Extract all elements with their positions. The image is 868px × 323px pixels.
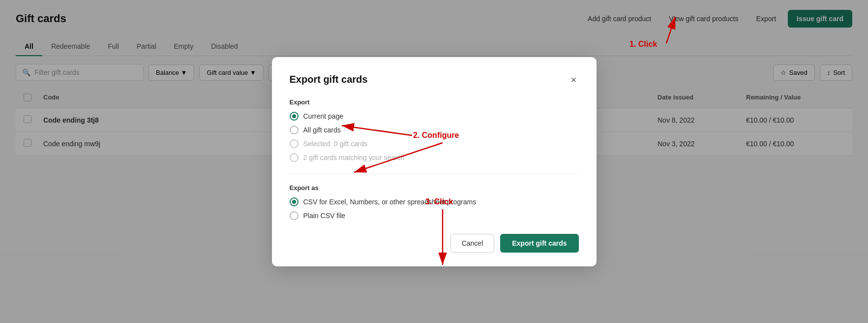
export-option-current-page[interactable]: Current page	[290, 112, 579, 121]
export-as-option-csv-excel-label: CSV for Excel, Numbers, or other spreads…	[303, 198, 477, 206]
export-section-label: Export	[290, 98, 579, 106]
export-option-selected-label: Selected: 0 gift cards	[303, 140, 368, 148]
export-modal: Export gift cards × Export Current page …	[272, 57, 597, 266]
cancel-button[interactable]: Cancel	[450, 234, 495, 253]
export-option-matching-label: 2 gift cards matching your search	[303, 154, 405, 162]
radio-current-page	[290, 112, 299, 121]
radio-plain-csv	[290, 211, 299, 220]
radio-selected	[290, 139, 299, 148]
export-options-group: Current page All gift cards Selected: 0 …	[290, 112, 579, 162]
export-as-option-plain-csv[interactable]: Plain CSV file	[290, 211, 579, 220]
export-option-all[interactable]: All gift cards	[290, 126, 579, 134]
export-as-option-csv-excel[interactable]: CSV for Excel, Numbers, or other spreads…	[290, 197, 579, 206]
modal-header: Export gift cards ×	[290, 73, 579, 87]
modal-overlay: Export gift cards × Export Current page …	[0, 0, 868, 323]
radio-csv-excel	[290, 197, 299, 206]
export-option-matching: 2 gift cards matching your search	[290, 153, 579, 162]
export-gift-cards-button[interactable]: Export gift cards	[500, 234, 578, 253]
export-option-selected: Selected: 0 gift cards	[290, 139, 579, 148]
export-as-option-plain-csv-label: Plain CSV file	[303, 212, 346, 220]
radio-matching	[290, 153, 299, 162]
modal-close-button[interactable]: ×	[569, 73, 579, 87]
export-as-options-group: CSV for Excel, Numbers, or other spreads…	[290, 197, 579, 220]
modal-title: Export gift cards	[290, 74, 368, 85]
modal-divider	[290, 174, 579, 174]
modal-footer: Cancel Export gift cards	[290, 234, 579, 253]
radio-all	[290, 126, 299, 134]
export-option-all-label: All gift cards	[303, 126, 341, 134]
export-option-current-page-label: Current page	[303, 112, 344, 120]
export-as-section-label: Export as	[290, 184, 579, 192]
